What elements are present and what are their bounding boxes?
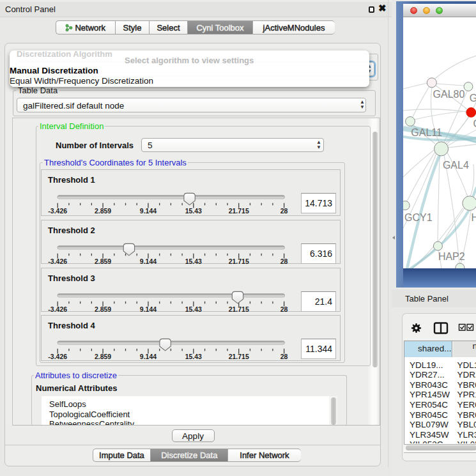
svg-text:9.144: 9.144 [140,257,157,265]
svg-text:GAL11: GAL11 [411,127,442,138]
svg-text:2.859: 2.859 [95,257,111,265]
svg-text:15.43: 15.43 [185,353,202,360]
svg-text:CY: CY [473,118,476,129]
svg-text:9.144: 9.144 [140,305,157,313]
svg-text:-3.426: -3.426 [48,207,67,215]
svg-text:HAP2: HAP2 [438,251,465,262]
svg-text:28: 28 [280,257,288,265]
svg-text:21.715: 21.715 [229,353,249,360]
svg-text:-3.426: -3.426 [48,257,67,265]
svg-text:9.144: 9.144 [140,353,157,360]
svg-text:21.715: 21.715 [229,207,249,215]
svg-text:28: 28 [280,353,288,360]
svg-text:GCY1: GCY1 [404,212,433,223]
svg-text:28: 28 [280,305,288,313]
svg-text:H: H [472,212,476,223]
svg-text:2.859: 2.859 [95,305,111,313]
svg-text:21.715: 21.715 [229,257,249,265]
svg-text:9.144: 9.144 [140,207,157,215]
svg-text:GAL4: GAL4 [443,160,469,171]
svg-text:-3.426: -3.426 [48,353,67,360]
svg-text:2.859: 2.859 [95,353,111,360]
svg-text:2.859: 2.859 [95,207,111,215]
svg-text:21.715: 21.715 [229,305,249,313]
svg-text:15.43: 15.43 [185,305,202,313]
svg-text:15.43: 15.43 [185,257,202,265]
svg-text:GAL80: GAL80 [433,89,465,100]
svg-text:-3.426: -3.426 [48,305,67,313]
svg-text:15.43: 15.43 [185,207,202,215]
svg-text:GA: GA [470,93,476,104]
svg-text:28: 28 [280,207,288,215]
